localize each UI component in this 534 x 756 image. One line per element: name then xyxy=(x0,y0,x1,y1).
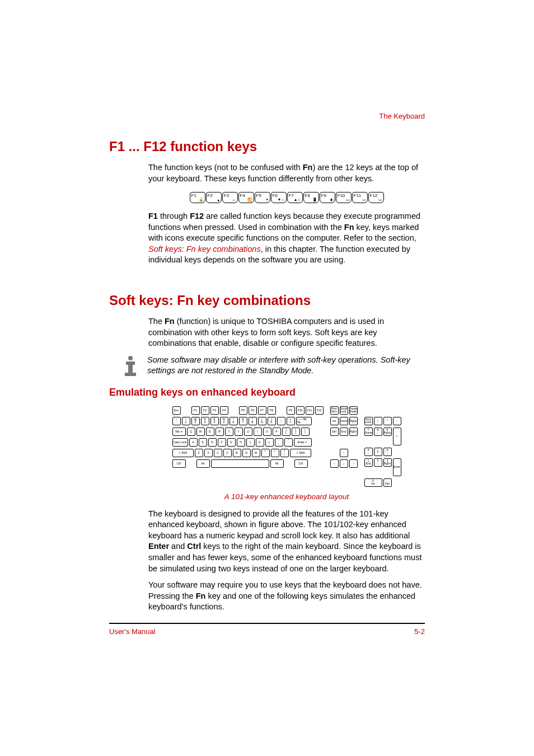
keyboard-key: B xyxy=(233,449,241,457)
keyboard-key: Print Scrn xyxy=(330,406,339,415)
keyboard-key: 4← xyxy=(364,448,373,456)
section-2-subheading: Emulating keys on enhanced keyboard xyxy=(109,387,425,398)
keyboard-key: _- xyxy=(277,417,285,425)
keyboard-key: Enter ↵ xyxy=(294,438,312,447)
soft-keys-link[interactable]: Soft keys: Fn key combinations xyxy=(148,245,261,253)
footer-right: 5-2 xyxy=(414,627,425,636)
keyboard-key: Z xyxy=(195,449,203,457)
keyboard-key: F12 xyxy=(315,406,324,415)
keyboard-key: A xyxy=(189,438,198,447)
keyboard-key: F6 xyxy=(249,406,257,415)
keyboard-key: 5 xyxy=(374,448,382,456)
keyboard-key: W xyxy=(196,428,205,436)
footer-left: User's Manual xyxy=(109,627,156,636)
keyboard-key: }] xyxy=(292,428,300,436)
keyboard-key: I xyxy=(254,428,262,436)
keyboard-key: 6→ xyxy=(383,448,392,456)
keyboard-key: F11 xyxy=(306,406,314,415)
keyboard-key: N xyxy=(242,449,251,457)
keyboard-key: Home xyxy=(340,417,348,425)
keyboard-key: K xyxy=(256,438,264,447)
keyboard-key: ^6 xyxy=(229,417,238,425)
keyboard-key: 9PgUp xyxy=(383,428,392,436)
keyboard-key: D xyxy=(208,438,217,447)
keyboard-key: @2 xyxy=(191,417,200,425)
keyboard-key: * xyxy=(383,417,392,425)
keyboard-key: T xyxy=(225,428,233,436)
keyboard-key: M xyxy=(252,449,260,457)
keyboard-key: Num Lock xyxy=(364,417,373,425)
keyboard-key: J xyxy=(246,438,255,447)
keyboard-key xyxy=(211,459,269,468)
keyboard-key: ↑ xyxy=(340,449,348,457)
keyboard-key: (9 xyxy=(258,417,266,425)
keyboard-key: ← xyxy=(330,459,339,468)
keyboard-key: Alt xyxy=(270,459,284,468)
keyboard-key: += xyxy=(287,417,295,425)
f1-bold: F1 xyxy=(148,212,158,220)
keyboard-key: F1 xyxy=(191,406,200,415)
keyboard-key: O xyxy=(263,428,271,436)
keyboard-key: ~` xyxy=(172,417,181,425)
keyboard-key: U xyxy=(244,428,252,436)
keyboard-key: PgUp xyxy=(349,417,358,425)
function-key-row-figure: F1🔒F2●F3↔F4📶F5☀F6▼☆F7▲☆F8📱F9◐F10▭F11▭F12… xyxy=(148,192,425,203)
keyboard-key: S xyxy=(199,438,207,447)
note-text: Some software may disable or interfere w… xyxy=(147,355,425,377)
keyboard-key: → xyxy=(349,459,358,468)
info-icon xyxy=(120,355,140,376)
keyboard-key: &7 xyxy=(239,417,247,425)
keyboard-key: |\ xyxy=(301,428,310,436)
keyboard-key: F5 xyxy=(239,406,247,415)
keyboard-key: <, xyxy=(261,449,270,457)
keyboard-key: F4 xyxy=(220,406,228,415)
f12-bold: F12 xyxy=(190,212,204,220)
keyboard-key: $4 xyxy=(210,417,219,425)
keyboard-key: >. xyxy=(271,449,279,457)
keyboard-key: F10 xyxy=(296,406,305,415)
keyboard-key: H xyxy=(237,438,245,447)
section-2-para-3: Your software may require you to use key… xyxy=(148,580,425,613)
keyboard-key: Caps Lock xyxy=(172,438,188,447)
page-footer: User's Manual 5-2 xyxy=(109,623,425,636)
keyboard-key: *8 xyxy=(249,417,257,425)
text: The function keys (not to be confused wi… xyxy=(148,163,303,172)
function-key-f5: F5☀ xyxy=(255,192,270,203)
keyboard-key: Alt xyxy=(196,459,210,468)
keyboard-key: F8 xyxy=(268,406,276,415)
keyboard-key: F7 xyxy=(258,406,266,415)
keyboard-key: F xyxy=(218,438,226,447)
function-key-f7: F7▲☆ xyxy=(287,192,303,203)
keyboard-key: + xyxy=(393,428,401,445)
keyboard-key: Ctrl xyxy=(294,459,308,468)
chapter-header: The Keyboard xyxy=(379,112,425,120)
keyboard-key: V xyxy=(223,449,232,457)
section-2-title: Soft keys: Fn key combinations xyxy=(109,293,425,308)
keyboard-key: #3 xyxy=(201,417,209,425)
keyboard-key: ↓ xyxy=(340,459,348,468)
function-key-f11: F11▭ xyxy=(352,192,368,203)
keyboard-key: .Del xyxy=(383,478,392,487)
text: The xyxy=(148,317,165,326)
keyboard-key: R xyxy=(216,428,224,436)
fn-bold: Fn xyxy=(303,163,313,172)
function-key-f9: F9◐ xyxy=(320,192,335,203)
keyboard-key: PgDn xyxy=(349,428,358,436)
keyboard-key: 1End xyxy=(364,458,373,467)
keyboard-key: Esc xyxy=(172,406,181,415)
enter-bold: Enter xyxy=(148,542,169,551)
svg-rect-2 xyxy=(128,361,133,374)
function-key-f10: F10▭ xyxy=(336,192,352,203)
keyboard-key: 7Home xyxy=(364,428,373,436)
text: (function) is unique to TOSHIBA computer… xyxy=(148,317,384,348)
keyboard-key: 2↓ xyxy=(374,458,382,467)
function-key-f12: F12▭ xyxy=(368,192,384,203)
function-key-f1: F1🔒 xyxy=(190,192,205,203)
section-2-para-2: The keyboard is designed to provide all … xyxy=(148,509,425,574)
keyboard-key: :; xyxy=(275,438,283,447)
text: and xyxy=(169,542,187,551)
keyboard-key: )0 xyxy=(268,417,276,425)
keyboard-key: F9 xyxy=(287,406,295,415)
keyboard-key: / xyxy=(374,417,382,425)
keyboard-key: X xyxy=(204,449,213,457)
